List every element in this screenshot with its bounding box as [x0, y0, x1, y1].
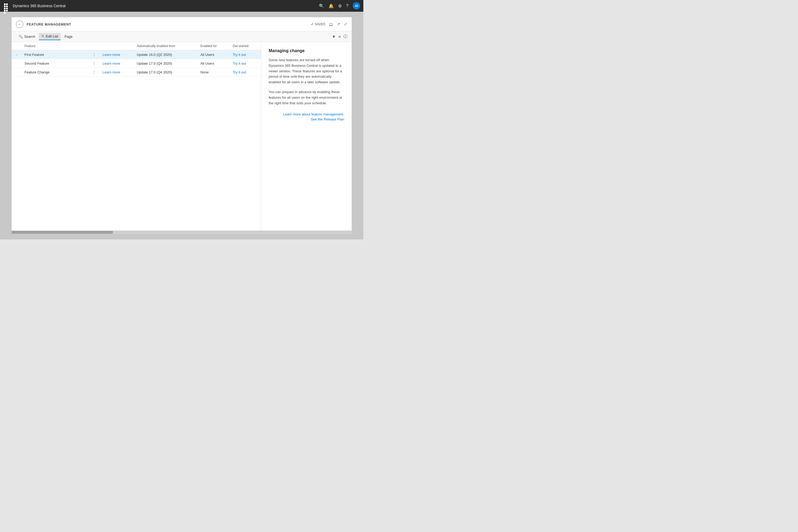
saved-indicator: ✓ SAVED [311, 22, 325, 26]
page-label: Page [64, 35, 72, 39]
bookmark-icon[interactable]: 🕮 [329, 22, 333, 26]
edit-list-label: Edit List [46, 34, 58, 38]
topbar: Dynamics 365 Business Central 🔍 🔔 ⚙ ? JD [0, 0, 363, 12]
th-more [89, 42, 99, 50]
edit-list-icon: ✎ [41, 34, 44, 38]
page-card: ← FEATURE MANAGEMENT ✓ SAVED 🕮 ↗ ⤢ 🔍 Sea… [12, 17, 352, 234]
table-area: Feature Automatically enabled from Enabl… [12, 42, 261, 231]
learn-more-cell[interactable]: Learn more [99, 50, 133, 59]
help-icon[interactable]: ? [346, 3, 348, 8]
release-plan-link[interactable]: See the Release Plan [269, 117, 344, 121]
th-auto-enabled: Automatically enabled from [134, 42, 197, 50]
info-icon[interactable]: ⓘ [343, 34, 347, 39]
back-button[interactable]: ← [16, 20, 23, 28]
user-avatar[interactable]: JD [353, 2, 360, 10]
topbar-icons: 🔍 🔔 ⚙ ? JD [319, 2, 360, 10]
saved-label: SAVED [315, 22, 325, 26]
search-label: Search [24, 35, 35, 39]
learn-more-link[interactable]: Learn more about feature management. [269, 112, 344, 116]
get-started-cell[interactable]: Try it out [230, 68, 261, 77]
edit-list-button[interactable]: ✎ Edit List [39, 33, 61, 40]
enabled-for-cell: All Users [197, 50, 229, 59]
row-arrow-cell [12, 68, 21, 77]
th-feature: Feature [21, 42, 89, 50]
row-arrow-icon: → [15, 53, 18, 57]
row-more-icon[interactable]: ⋮ [92, 52, 96, 57]
table-header-row: Feature Automatically enabled from Enabl… [12, 42, 261, 50]
table-row[interactable]: Second Feature ⋮ Learn more Update 17.0 … [12, 59, 261, 68]
row-more-cell[interactable]: ⋮ [89, 68, 99, 77]
content-area: Feature Automatically enabled from Enabl… [12, 42, 352, 231]
table-row[interactable]: → First Feature ⋮ Learn more Update 16.0… [12, 50, 261, 59]
bell-icon[interactable]: 🔔 [328, 3, 334, 8]
auto-enabled-cell: Update 16.0 (Q2 2020) [134, 50, 197, 59]
feature-name-cell: Second Feature [21, 59, 89, 68]
th-learn-more [99, 42, 133, 50]
toolbar-right: ▼ ≡ ⓘ [332, 34, 347, 39]
enabled-for-cell: All Users [197, 59, 229, 68]
row-arrow-cell: → [12, 50, 21, 59]
page-title: FEATURE MANAGEMENT [26, 22, 311, 26]
columns-icon[interactable]: ≡ [338, 34, 341, 39]
gear-icon[interactable]: ⚙ [338, 3, 342, 8]
auto-enabled-cell: Update 17.0 (Q4 2020) [134, 59, 197, 68]
try-it-out-link[interactable]: Try it out [233, 70, 246, 74]
row-more-cell[interactable]: ⋮ [89, 59, 99, 68]
learn-more-link[interactable]: Learn more [102, 70, 120, 74]
toolbar: 🔍 Search ✎ Edit List Page ▼ ≡ ⓘ [12, 32, 352, 42]
get-started-cell[interactable]: Try it out [230, 59, 261, 68]
saved-checkmark: ✓ [311, 22, 314, 26]
learn-more-cell[interactable]: Learn more [99, 68, 133, 77]
main-wrapper: ← FEATURE MANAGEMENT ✓ SAVED 🕮 ↗ ⤢ 🔍 Sea… [0, 12, 363, 240]
page-header: ← FEATURE MANAGEMENT ✓ SAVED 🕮 ↗ ⤢ [12, 17, 352, 32]
row-more-cell[interactable]: ⋮ [89, 50, 99, 59]
feature-name-cell: First Feature [21, 50, 89, 59]
back-arrow-icon: ← [18, 22, 22, 26]
auto-enabled-cell: Update 17.0 (Q4 2020) [134, 68, 197, 77]
info-panel-title: Managing change [269, 49, 344, 53]
th-arrow [12, 42, 21, 50]
share-icon[interactable]: ↗ [337, 22, 340, 26]
try-it-out-link[interactable]: Try it out [233, 61, 246, 65]
page-button[interactable]: Page [62, 33, 75, 40]
info-panel-paragraph1: Some new features are turned off when Dy… [269, 57, 344, 85]
search-icon[interactable]: 🔍 [319, 3, 324, 8]
learn-more-link[interactable]: Learn more [102, 61, 120, 65]
fullscreen-icon[interactable]: ⤢ [344, 22, 347, 26]
row-more-icon[interactable]: ⋮ [92, 70, 96, 74]
learn-more-cell[interactable]: Learn more [99, 59, 133, 68]
search-toolbar-icon: 🔍 [19, 35, 23, 39]
enabled-for-cell: None [197, 68, 229, 77]
info-panel: Managing change Some new features are tu… [261, 42, 352, 231]
th-enabled-for: Enabled for [197, 42, 229, 50]
waffle-menu[interactable] [3, 3, 10, 9]
feature-table: Feature Automatically enabled from Enabl… [12, 42, 261, 77]
feature-name-cell: Feature Change [21, 68, 89, 77]
app-title: Dynamics 365 Business Central [13, 4, 316, 8]
search-button[interactable]: 🔍 Search [16, 33, 38, 40]
table-row[interactable]: Feature Change ⋮ Learn more Update 17.0 … [12, 68, 261, 77]
learn-more-link[interactable]: Learn more [102, 53, 120, 57]
scrollbar-thumb[interactable] [12, 231, 113, 234]
scrollbar-area[interactable] [12, 231, 352, 234]
filter-icon[interactable]: ▼ [332, 34, 336, 39]
info-panel-paragraph2: You can prepare in advance by enabling t… [269, 89, 344, 106]
page-header-actions: ✓ SAVED 🕮 ↗ ⤢ [311, 22, 347, 26]
row-more-icon[interactable]: ⋮ [92, 61, 96, 65]
row-arrow-cell [12, 59, 21, 68]
th-get-started: Get started [230, 42, 261, 50]
info-panel-links: Learn more about feature management. See… [269, 112, 344, 121]
get-started-cell[interactable]: Try it out [230, 50, 261, 59]
try-it-out-link[interactable]: Try it out [233, 53, 246, 57]
